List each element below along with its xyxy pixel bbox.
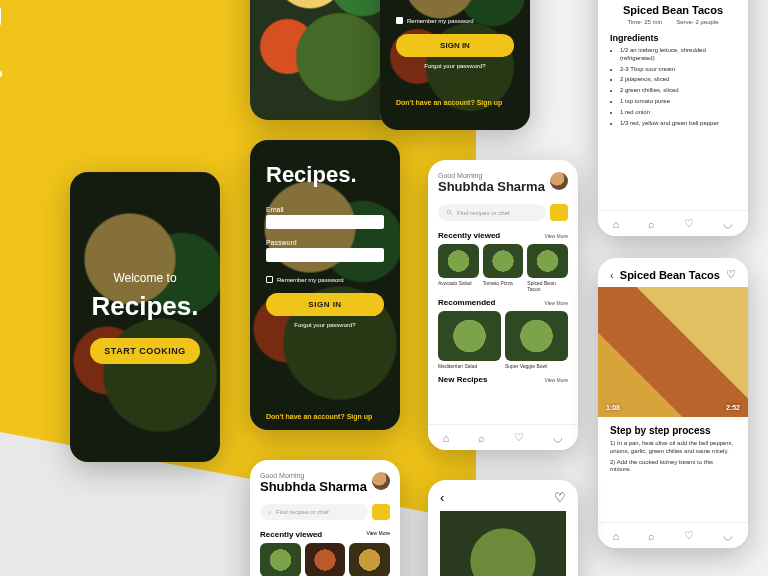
ingredient-item: 1/2 an iceberg lettuce, shredded (refrig… (620, 47, 736, 63)
phone-steps: ‹ Spiced Bean Tacos ♡ 1:08 2:52 Step by … (598, 258, 748, 548)
recipe-title: Spiced Bean Tacos (610, 4, 736, 16)
recipe-card[interactable]: Tomato Pizza (483, 244, 524, 292)
recipe-title: Spiced Bean Tacos (620, 269, 720, 281)
recipe-card[interactable]: Avocado Salad (438, 244, 479, 292)
video-time-total: 2:52 (726, 404, 740, 411)
greeting: Good Morning (438, 172, 568, 179)
remember-label: Remember my password (277, 277, 344, 283)
view-more-link[interactable]: View More (544, 233, 568, 239)
brand-wordmark: Recipes. (0, 6, 8, 146)
phone-home: Good Morning Shubhda Sharma Find recipes… (428, 160, 578, 450)
recipe-hero-image (440, 511, 566, 576)
recipe-time: Time- 25 min (627, 19, 662, 25)
password-field[interactable] (266, 248, 384, 262)
recipe-serves: Serve- 2 people (676, 19, 718, 25)
username: Shubhda Sharma (260, 479, 390, 494)
email-field[interactable] (266, 215, 384, 229)
remember-checkbox[interactable] (396, 17, 403, 24)
username: Shubhda Sharma (438, 179, 568, 194)
recipe-caption: Avocado Salad (438, 280, 479, 286)
recipe-caption: Tomato Pizza (483, 280, 524, 286)
ingredient-item: 1 tsp tomato puree (620, 98, 736, 106)
section-title: Recommended (438, 298, 495, 307)
phone-detail-partial: ‹ ♡ (428, 480, 578, 576)
greeting: Good Morning (260, 472, 390, 479)
recipe-card[interactable]: Spiced Bean Tacos (527, 244, 568, 292)
phone-recipe-detail: Spiced Bean Tacos Time- 25 min Serve- 2 … (598, 0, 748, 236)
svg-point-0 (447, 210, 451, 214)
recipe-card[interactable]: Mediterrian Salad (438, 311, 501, 369)
search-placeholder: Find recipes or chef (457, 210, 510, 216)
avatar[interactable] (550, 172, 568, 190)
recipe-card[interactable] (260, 543, 301, 576)
phone-food-preview (250, 0, 400, 120)
view-more-link[interactable]: View More (366, 530, 390, 539)
email-label: Email (266, 206, 384, 213)
signin-logo: Recipes. (266, 162, 384, 188)
password-label: Password (266, 239, 384, 246)
remember-row[interactable]: Remember my password (266, 276, 384, 283)
search-input[interactable]: Find recipes or chef (438, 204, 546, 221)
filter-button[interactable] (372, 504, 390, 520)
signup-link[interactable]: Sign up (477, 99, 503, 106)
back-icon[interactable]: ‹ (440, 490, 444, 505)
forgot-link[interactable]: Forgot your password? (266, 322, 384, 328)
recipe-card[interactable]: Super Veggie Bowl (505, 311, 568, 369)
recipe-caption: Super Veggie Bowl (505, 363, 568, 369)
signin-button[interactable]: SIGN IN (266, 293, 384, 316)
remember-checkbox[interactable] (266, 276, 273, 283)
phone-signin-partial: Remember my password SIGN IN Forgot your… (380, 0, 530, 130)
ingredient-item: 1 red onion (620, 109, 736, 117)
forgot-link[interactable]: Forgot your password? (396, 63, 514, 69)
remember-label: Remember my password (407, 18, 474, 24)
step-video[interactable]: 1:08 2:52 (598, 287, 748, 417)
steps-heading: Step by step process (610, 425, 736, 436)
svg-line-1 (450, 213, 452, 215)
ingredients-heading: Ingredients (610, 33, 736, 43)
avatar[interactable] (372, 472, 390, 490)
signup-prompt: Don't have an account? Sign up (396, 99, 514, 106)
signin-button[interactable]: SIGN IN (396, 34, 514, 57)
recipe-card[interactable] (349, 543, 390, 576)
heart-icon[interactable]: ♡ (726, 268, 736, 281)
back-icon[interactable]: ‹ (610, 269, 614, 281)
phone-welcome: Welcome to Recipes. START COOKING (70, 172, 220, 462)
section-title: Recently viewed (438, 231, 500, 240)
view-more-link[interactable]: View More (544, 377, 568, 383)
start-cooking-button[interactable]: START COOKING (90, 338, 199, 364)
view-more-link[interactable]: View More (544, 300, 568, 306)
ingredients-list: 1/2 an iceberg lettuce, shredded (refrig… (610, 47, 736, 127)
section-title: Recently viewed (260, 530, 322, 539)
video-time-current: 1:08 (606, 404, 620, 411)
welcome-title: Recipes. (92, 291, 199, 322)
ingredient-item: 1/3 red, yellow and green bell pepper (620, 120, 736, 128)
signup-link[interactable]: Sign up (347, 413, 373, 420)
welcome-supertitle: Welcome to (113, 271, 176, 285)
signup-prompt: Don't have an account? Sign up (266, 413, 384, 420)
recipe-card[interactable] (305, 543, 346, 576)
remember-row[interactable]: Remember my password (396, 17, 514, 24)
section-title: New Recipes (438, 375, 487, 384)
recipe-caption: Spiced Bean Tacos (527, 280, 568, 292)
step-item: 2) Add the cooked kidney beans to this m… (610, 459, 736, 475)
step-item: 1) In a pan, heat olive oil add the bell… (610, 440, 736, 456)
search-placeholder: Find recipes or chef (276, 509, 329, 515)
phone-signin: Recipes. Email Password Remember my pass… (250, 140, 400, 430)
ingredient-item: 2 jalapenos, sliced (620, 76, 736, 84)
phone-home-partial: Good Morning Shubhda Sharma ⌕Find recipe… (250, 460, 400, 576)
recipe-caption: Mediterrian Salad (438, 363, 501, 369)
ingredient-item: 2-3 Tbsp sour cream (620, 66, 736, 74)
search-input[interactable]: ⌕Find recipes or chef (260, 504, 368, 520)
heart-icon[interactable]: ♡ (554, 490, 566, 505)
ingredient-item: 2 green chillies, sliced (620, 87, 736, 95)
filter-button[interactable] (550, 204, 568, 221)
search-icon (446, 209, 453, 216)
